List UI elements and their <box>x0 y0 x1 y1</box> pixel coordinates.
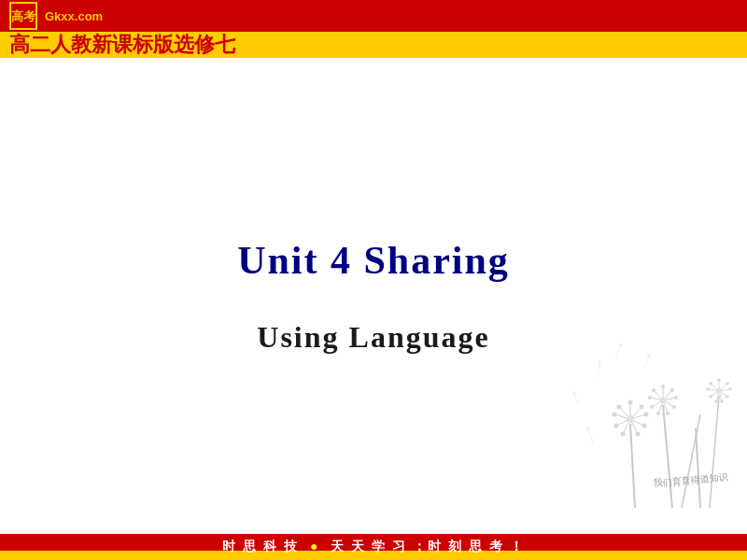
subtitle: Using Language <box>257 320 489 355</box>
unit-title: Unit 4 Sharing <box>237 238 510 283</box>
svg-point-61 <box>716 388 722 394</box>
svg-point-20 <box>614 424 619 428</box>
svg-line-1 <box>663 405 672 508</box>
header-title-cn: 高二人教新课标版选修七 <box>9 31 235 58</box>
svg-line-70 <box>588 429 593 442</box>
svg-point-37 <box>666 412 669 415</box>
svg-point-63 <box>599 361 601 364</box>
svg-point-18 <box>636 432 641 437</box>
site-url: Gkxx.com <box>45 9 103 23</box>
svg-point-17 <box>642 424 647 428</box>
footer: 时 思 科 技 ● 天 天 学 习 ；时 刻 思 考 ！ <box>0 534 747 560</box>
svg-point-53 <box>726 382 729 385</box>
svg-line-66 <box>616 345 621 358</box>
svg-point-33 <box>661 385 665 388</box>
header: 高考 Gkxx.com 高二人教新课标版选修七 <box>0 0 747 58</box>
svg-point-36 <box>672 405 676 409</box>
footer-text-part1: 时 思 科 技 <box>222 539 299 553</box>
svg-point-52 <box>717 378 721 382</box>
svg-point-54 <box>728 387 732 391</box>
main-content: Unit 4 Sharing Using Language <box>0 58 747 534</box>
logo-kaoshi-text: 高考 <box>11 10 35 22</box>
svg-point-60 <box>709 382 712 385</box>
svg-line-2 <box>696 428 700 508</box>
svg-point-21 <box>613 413 617 417</box>
svg-point-19 <box>621 432 626 437</box>
svg-point-41 <box>652 388 655 392</box>
svg-point-55 <box>726 395 729 399</box>
header-yellow-section: 高二人教新课标版选修七 <box>0 32 747 58</box>
svg-point-69 <box>648 355 651 357</box>
svg-point-16 <box>644 413 649 417</box>
svg-line-64 <box>574 394 579 405</box>
svg-point-35 <box>674 396 678 399</box>
svg-point-38 <box>656 412 660 415</box>
svg-point-34 <box>670 388 674 392</box>
svg-point-58 <box>709 395 712 399</box>
svg-point-71 <box>587 427 590 430</box>
svg-point-14 <box>628 400 633 405</box>
svg-point-59 <box>706 387 710 391</box>
header-red-section: 高考 Gkxx.com <box>0 0 747 32</box>
footer-text: 时 思 科 技 ● 天 天 学 习 ；时 刻 思 考 ！ <box>222 539 524 555</box>
svg-point-23 <box>627 415 634 423</box>
svg-point-67 <box>620 343 623 346</box>
svg-point-15 <box>640 405 644 410</box>
svg-line-68 <box>644 357 649 368</box>
page-container: 高考 Gkxx.com 高二人教新课标版选修七 Unit 4 Sharing U… <box>0 0 747 560</box>
footer-dot: ● <box>310 539 319 553</box>
svg-point-65 <box>573 392 576 395</box>
svg-line-0 <box>630 424 635 508</box>
svg-point-39 <box>650 405 654 409</box>
svg-point-42 <box>660 398 666 403</box>
svg-line-3 <box>710 396 719 508</box>
footer-text-part2: 天 天 学 习 ；时 刻 思 考 ！ <box>331 539 524 553</box>
svg-point-40 <box>648 396 652 399</box>
svg-line-62 <box>598 363 599 377</box>
logo-icon: 高考 <box>9 2 37 30</box>
svg-point-56 <box>720 399 724 403</box>
svg-point-22 <box>617 405 622 410</box>
svg-point-57 <box>714 399 718 403</box>
